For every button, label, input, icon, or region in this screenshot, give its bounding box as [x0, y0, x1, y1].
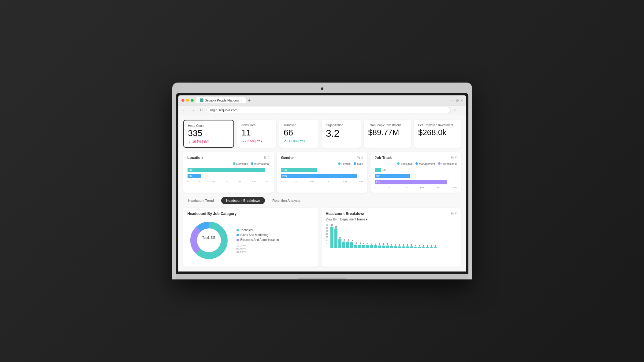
close-dot[interactable]	[181, 99, 184, 102]
breakdown-bar	[358, 245, 361, 248]
percent-icon[interactable]: %	[264, 156, 266, 159]
stats-row: Head Count 335 ↘ -16.5% | YoY New Hires …	[183, 120, 461, 148]
location-controls: % #	[264, 156, 269, 159]
organization-card[interactable]: Organization 3.2	[322, 120, 361, 148]
breakdown-bar-item: 5	[394, 244, 397, 248]
breakdown-bar	[454, 248, 457, 248]
view-by-label: View By	[326, 218, 337, 221]
legend-sales: Sales And Marketing	[236, 233, 279, 237]
window-close-icon[interactable]: ✕	[460, 99, 463, 102]
view-by-value: : Department Name	[339, 218, 365, 221]
percent-icon2[interactable]: %	[357, 156, 360, 159]
headcount-card[interactable]: Head Count 335 ↘ -16.5% | YoY	[183, 120, 234, 148]
breakdown-bar-item: 1	[442, 245, 445, 248]
hash-icon[interactable]: #	[268, 156, 270, 159]
job-track-title: Job Track	[375, 156, 392, 160]
breakdown-bar-item: 9	[362, 242, 365, 248]
prof-legend: Professional	[441, 162, 457, 165]
org-value: 3.2	[326, 128, 356, 139]
gender-axis: 050100150200250	[281, 180, 363, 183]
bar-row-female: 106	[281, 168, 363, 172]
laptop-base	[176, 274, 468, 279]
hash-icon2[interactable]: #	[361, 156, 363, 159]
minimize-dot[interactable]	[186, 99, 189, 102]
total-investment-card[interactable]: Total People Investment $89.77M	[364, 120, 411, 148]
y-axis-labels: 706050403020100	[326, 223, 330, 248]
business-dot	[236, 239, 239, 241]
menu-icon[interactable]: ⋮	[459, 108, 463, 112]
breakdown-bar	[354, 245, 357, 248]
back-button[interactable]: ←	[181, 107, 188, 113]
breakdown-bar	[418, 247, 421, 248]
headcount-change-period: | YoY	[202, 140, 209, 143]
screen-bezel: Sequoia People Platform × + — ⊡ ✕ ← → ↻ …	[176, 93, 468, 274]
breakdown-bar-item: 2	[430, 245, 433, 248]
bar-female: 106	[281, 168, 317, 172]
per-emp-label: Per Employee Investment	[418, 124, 457, 127]
breakdown-bar	[342, 242, 345, 248]
breakdown-bars: 6257261919181010998877755444433222211111	[330, 223, 457, 248]
breakdown-bar-item: 10	[354, 242, 357, 248]
address-bar[interactable]: login.sequoia.com	[207, 107, 451, 113]
laptop-outer: Sequoia People Platform × + — ⊡ ✕ ← → ↻ …	[172, 83, 472, 279]
breakdown-bar	[410, 246, 413, 248]
sales-dot	[236, 234, 239, 236]
tab-retention-analysis[interactable]: Retention Analysis	[267, 197, 305, 204]
org-label: Organization	[326, 124, 356, 127]
tab-headcount-trend[interactable]: Headcount Trend	[183, 197, 219, 204]
breakdown-controls: % #	[451, 212, 456, 215]
breakdown-bar-item: 19	[346, 239, 349, 248]
turnover-label: Turnover	[284, 124, 314, 127]
job-track-header: Job Track % #	[375, 156, 457, 160]
turnover-card[interactable]: Turnover 66 ↗ +13.8% | YoY	[279, 120, 318, 148]
breakdown-bar-item: 4	[402, 244, 405, 248]
location-axis: 050100150200250300	[188, 180, 270, 183]
window-restore-icon[interactable]: ⊡	[456, 99, 459, 102]
legend-technical: Technical	[236, 228, 279, 232]
headcount-breakdown-card: Headcount Breakdown % # View By : Depart…	[322, 208, 461, 267]
maximize-dot[interactable]	[191, 99, 194, 102]
breakdown-bar	[430, 247, 433, 248]
up-arrow-icon: ↗	[284, 139, 286, 143]
breakdown-bar	[330, 227, 333, 248]
tab-headcount-breakdown[interactable]: Headcount Breakdown	[221, 197, 265, 204]
per-emp-value: $268.0k	[418, 128, 457, 137]
new-hires-card[interactable]: New Hires 11 ↘ -92.5% | YoY	[237, 120, 276, 148]
window-minimize-icon[interactable]: —	[451, 99, 454, 102]
breakdown-bar-item: 4	[410, 244, 413, 248]
breakdown-bar	[438, 248, 441, 248]
view-by-dropdown[interactable]: : Department Name ▾	[339, 218, 367, 221]
breakdown-bar-item: 7	[386, 243, 389, 248]
new-hires-label: New Hires	[241, 124, 272, 127]
bar-mgmt: 103	[375, 174, 410, 178]
breakdown-bar-item: 1	[450, 245, 453, 248]
turnover-value: 66	[284, 128, 314, 138]
per-employee-card[interactable]: Per Employee Investment $268.0k	[414, 120, 461, 148]
breakdown-bar	[390, 246, 393, 248]
hash-icon3[interactable]: #	[455, 156, 457, 159]
new-tab-button[interactable]: +	[248, 98, 251, 103]
mgmt-legend: Management	[419, 162, 435, 165]
refresh-button[interactable]: ↻	[199, 107, 204, 113]
breakdown-bar	[334, 228, 337, 248]
view-by-row: View By : Department Name ▾	[326, 218, 457, 221]
job-track-controls: % #	[451, 156, 456, 159]
male-legend: Male	[357, 162, 363, 165]
browser-tab[interactable]: Sequoia People Platform ×	[196, 97, 246, 103]
tab-close-btn[interactable]: ×	[240, 99, 242, 102]
job-track-legend: Executive Management Professional	[375, 162, 457, 165]
breakdown-bar-item: 1	[446, 245, 449, 248]
percent-icon4[interactable]: %	[451, 212, 454, 215]
bookmark-icon[interactable]: ☆	[453, 108, 457, 112]
breakdown-bar	[398, 246, 401, 248]
hash-icon4[interactable]: #	[455, 212, 457, 215]
breakdown-bar-item: 4	[398, 244, 401, 248]
breakdown-bar-item: 9	[366, 242, 369, 248]
breakdown-bar	[382, 246, 385, 248]
percent-labels: 12.24% 62.09% 25.67%	[236, 244, 279, 253]
breakdown-bar	[374, 245, 377, 248]
donut-total-label: Total: 335	[202, 236, 216, 239]
breakdown-bar	[394, 246, 397, 248]
forward-button[interactable]: →	[190, 107, 196, 113]
percent-icon3[interactable]: %	[451, 156, 454, 159]
